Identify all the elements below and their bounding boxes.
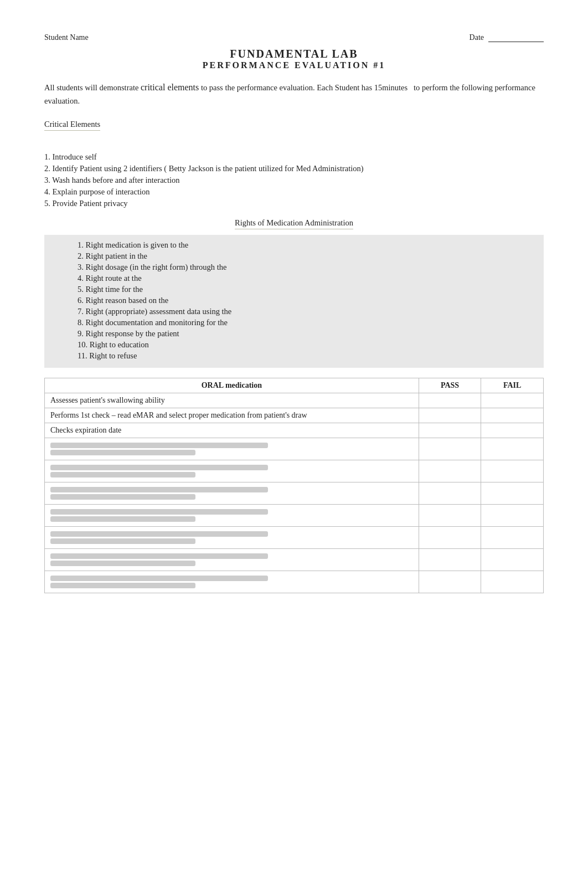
table-row xyxy=(45,571,544,593)
rights-label: Rights of Medication Administration xyxy=(235,218,353,229)
eval-row-fail xyxy=(481,393,544,408)
eval-row-item: Performs 1st check – read eMAR and selec… xyxy=(45,408,419,423)
critical-elements-section: Critical Elements 1. Introduce self2. Id… xyxy=(44,120,544,208)
critical-list-item: 2. Identify Patient using 2 identifiers … xyxy=(44,164,544,173)
col-pass-header: PASS xyxy=(419,378,481,393)
critical-list-item: 1. Introduce self xyxy=(44,152,544,162)
col-fail-header: FAIL xyxy=(481,378,544,393)
table-row xyxy=(45,526,544,548)
table-row xyxy=(45,438,544,460)
table-row xyxy=(45,548,544,571)
critical-list-item: 3. Wash hands before and after interacti… xyxy=(44,176,544,185)
rights-list-item: 2. Right patient in the xyxy=(78,251,527,261)
eval-row-item: Checks expiration date xyxy=(45,423,419,438)
intro-text: All students will demonstrate critical e… xyxy=(44,80,544,107)
rights-list-item: 10. Right to education xyxy=(78,340,527,350)
rights-list-item: 9. Right response by the patient xyxy=(78,329,527,338)
critical-elements-list: 1. Introduce self2. Identify Patient usi… xyxy=(44,152,544,208)
eval-row-item: Assesses patient's swallowing ability xyxy=(45,393,419,408)
table-row: Checks expiration date xyxy=(45,423,544,438)
eval-row-pass xyxy=(419,393,481,408)
eval-row-pass xyxy=(419,408,481,423)
rights-list-item: 3. Right dosage (in the right form) thro… xyxy=(78,263,527,272)
table-row xyxy=(45,482,544,504)
rights-list-item: 5. Right time for the xyxy=(78,285,527,294)
rights-list-item: 6. Right reason based on the xyxy=(78,296,527,305)
title-block: FUNDAMENTAL LAB PERFORMANCE EVALUATION #… xyxy=(44,48,544,70)
critical-list-item: 5. Provide Patient privacy xyxy=(44,199,544,208)
rights-list-item: 7. Right (appropriate) assessment data u… xyxy=(78,307,527,316)
title-line1: FUNDAMENTAL LAB xyxy=(44,48,544,60)
rights-list-item: 4. Right route at the xyxy=(78,274,527,283)
rights-list: 1. Right medication is given to the2. Ri… xyxy=(78,240,527,361)
eval-row-pass xyxy=(419,423,481,438)
rights-list-item: 8. Right documentation and monitoring fo… xyxy=(78,318,527,327)
eval-table: ORAL medication PASS FAIL Assesses patie… xyxy=(44,378,544,593)
eval-row-fail xyxy=(481,408,544,423)
rights-center: Rights of Medication Administration xyxy=(44,218,544,229)
rights-section: Rights of Medication Administration 1. R… xyxy=(44,218,544,368)
critical-list-item: 4. Explain purpose of interaction xyxy=(44,187,544,197)
table-row xyxy=(45,504,544,526)
date-line xyxy=(488,33,544,42)
date-label: Date xyxy=(470,33,484,42)
rights-table-bg: 1. Right medication is given to the2. Ri… xyxy=(44,235,544,368)
table-row xyxy=(45,460,544,482)
header: Student Name Date xyxy=(44,33,544,42)
col-item-header: ORAL medication xyxy=(45,378,419,393)
table-row: Performs 1st check – read eMAR and selec… xyxy=(45,408,544,423)
student-name-label: Student Name xyxy=(44,33,89,42)
eval-row-fail xyxy=(481,423,544,438)
critical-elements-label: Critical Elements xyxy=(44,120,100,131)
rights-list-item: 1. Right medication is given to the xyxy=(78,240,527,250)
date-row: Date xyxy=(470,33,544,42)
title-line2: PERFORMANCE EVALUATION #1 xyxy=(44,60,544,70)
rights-list-item: 11. Right to refuse xyxy=(78,351,527,361)
table-row: Assesses patient's swallowing ability xyxy=(45,393,544,408)
